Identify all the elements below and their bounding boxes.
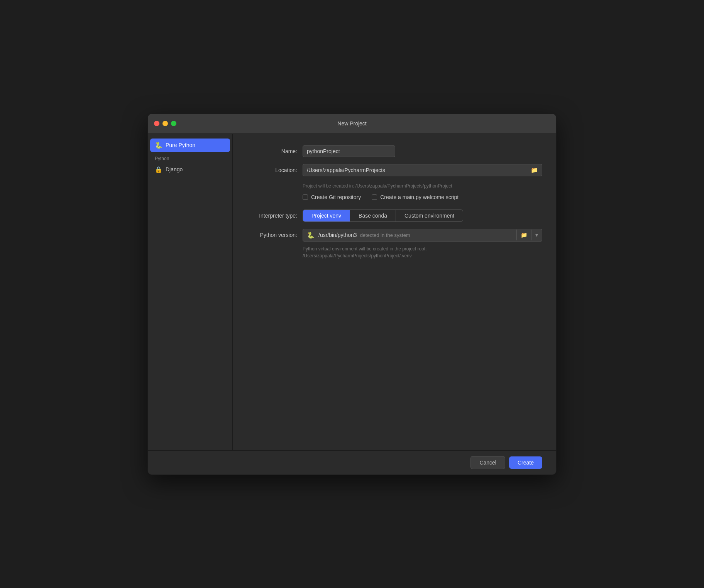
venv-hint-line2: /Users/zappala/PycharmProjects/pythonPro… <box>303 253 412 259</box>
python-dropdown-icon[interactable]: ▾ <box>531 230 542 240</box>
sidebar-item-django[interactable]: 🔒 Django <box>150 163 230 176</box>
location-text: /Users/zappala/PycharmProjects <box>303 165 527 176</box>
window-title: New Project <box>337 120 366 127</box>
new-project-dialog: New Project 🐍 Pure Python Python 🔒 Djang… <box>147 113 557 475</box>
sidebar: 🐍 Pure Python Python 🔒 Django <box>148 134 233 450</box>
python-version-row: Python version: 🐍 /usr/bin/python3 detec… <box>247 229 542 242</box>
python-folder-icon[interactable]: 📁 <box>516 230 531 240</box>
main-panel: Name: Location: /Users/zappala/PycharmPr… <box>233 134 556 450</box>
name-label: Name: <box>247 148 303 154</box>
tab-custom-environment[interactable]: Custom environment <box>396 210 463 221</box>
tab-project-venv[interactable]: Project venv <box>303 210 350 221</box>
django-icon: 🔒 <box>155 166 162 173</box>
title-bar: New Project <box>148 114 556 134</box>
sidebar-item-label-django: Django <box>166 166 183 172</box>
traffic-lights <box>154 121 176 126</box>
python-version-label: Python version: <box>247 232 303 238</box>
cancel-button[interactable]: Cancel <box>470 456 505 469</box>
interpreter-type-row: Interpreter type: Project venv Base cond… <box>247 210 542 222</box>
tab-base-conda[interactable]: Base conda <box>350 210 396 221</box>
location-row: Location: /Users/zappala/PycharmProjects… <box>247 164 542 176</box>
footer: Cancel Create <box>148 450 556 475</box>
python-path-text: /usr/bin/python3 <box>318 232 357 238</box>
close-button[interactable] <box>154 121 159 126</box>
create-main-checkbox[interactable]: Create a main.py welcome script <box>372 194 459 200</box>
python-detected-text: detected in the system <box>357 232 516 238</box>
name-row: Name: <box>247 145 542 157</box>
location-hint: Project will be created in: /Users/zappa… <box>303 183 542 189</box>
maximize-button[interactable] <box>171 121 176 126</box>
sidebar-section-python: Python <box>148 153 232 163</box>
venv-hint: Python virtual environment will be creat… <box>303 245 542 259</box>
venv-hint-line1: Python virtual environment will be creat… <box>303 246 427 252</box>
create-main-label: Create a main.py welcome script <box>380 194 459 200</box>
minimize-button[interactable] <box>162 121 168 126</box>
location-label: Location: <box>247 167 303 173</box>
name-input[interactable] <box>303 145 395 157</box>
python-snake-icon: 🐍 <box>303 229 318 241</box>
sidebar-item-pure-python[interactable]: 🐍 Pure Python <box>150 139 230 152</box>
python-icon: 🐍 <box>155 142 162 149</box>
checkboxes-row: Create Git repository Create a main.py w… <box>303 194 542 200</box>
create-git-checkbox-box[interactable] <box>303 194 308 200</box>
sidebar-item-label-pure-python: Pure Python <box>166 142 195 148</box>
create-git-checkbox[interactable]: Create Git repository <box>303 194 361 200</box>
interpreter-tab-group: Project venv Base conda Custom environme… <box>303 210 463 222</box>
create-main-checkbox-box[interactable] <box>372 194 377 200</box>
python-version-select[interactable]: 🐍 /usr/bin/python3 detected in the syste… <box>303 229 542 242</box>
create-button[interactable]: Create <box>509 456 542 469</box>
create-git-label: Create Git repository <box>311 194 361 200</box>
location-folder-icon[interactable]: 📁 <box>527 164 542 176</box>
content-area: 🐍 Pure Python Python 🔒 Django Name: Loca… <box>148 134 556 450</box>
location-field[interactable]: /Users/zappala/PycharmProjects 📁 <box>303 164 542 176</box>
interpreter-type-label: Interpreter type: <box>247 213 303 219</box>
